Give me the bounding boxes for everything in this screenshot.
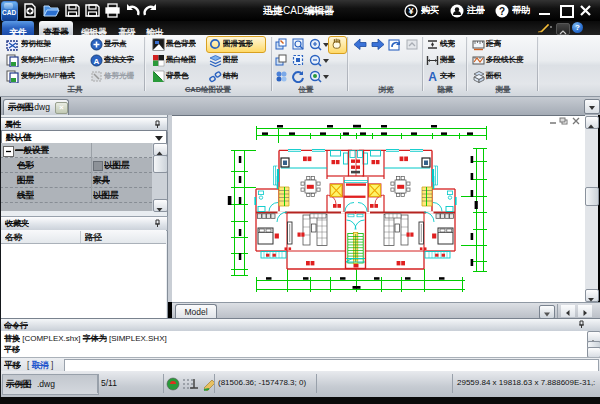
svg-text:A: A — [428, 70, 437, 83]
svg-text:¥: ¥ — [408, 6, 413, 16]
svg-text:?: ? — [499, 6, 505, 17]
svg-text:A: A — [94, 57, 100, 66]
